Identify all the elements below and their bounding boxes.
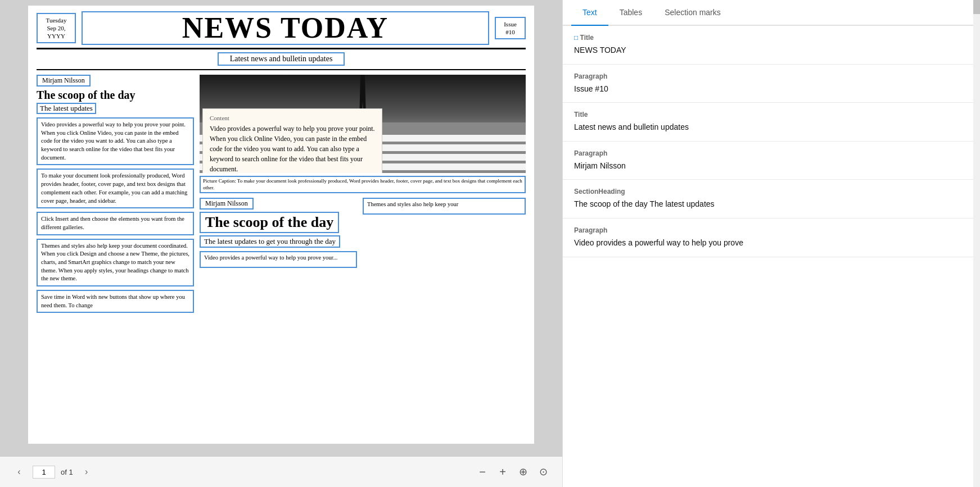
left-column: Mirjam Nilsson The scoop of the day The … <box>37 75 194 316</box>
partial-text-block: Video provides a powerful way to help yo… <box>200 251 357 268</box>
zoom-more-button[interactable]: ⊙ <box>535 464 551 480</box>
panel-value-title-1: NEWS TODAY <box>574 45 969 56</box>
panel-label-heading: SectionHeading <box>574 188 969 195</box>
text-block-5: Save time in Word with new buttons that … <box>37 290 194 313</box>
tab-tables[interactable]: Tables <box>608 0 653 26</box>
panel-label-paragraph-1: Paragraph <box>574 72 969 80</box>
section-heading-large: The scoop of the day <box>200 212 339 233</box>
popup-content-text: Video provides a powerful way to help yo… <box>210 124 375 173</box>
subtitle-box: Latest news and bulletin updates <box>218 52 345 66</box>
page-of-label: of 1 <box>61 468 73 476</box>
panel-section-paragraph-3: Paragraph Video provides a powerful way … <box>563 219 980 257</box>
panel-tabs: Text Tables Selection marks <box>563 0 980 26</box>
right-panel: Text Tables Selection marks □ Title NEWS… <box>562 0 980 487</box>
page-navigation: ‹ of 1 › <box>11 464 94 480</box>
panel-value-heading: The scoop of the day The latest updates <box>574 199 969 210</box>
tab-selection-marks[interactable]: Selection marks <box>653 0 732 26</box>
image-caption: Picture Caption: To make your document l… <box>200 176 526 193</box>
scrollbar-track[interactable] <box>973 0 980 487</box>
panel-section-heading: SectionHeading The scoop of the day The … <box>563 180 980 219</box>
second-section: Mirjam Nilsson The scoop of the day The … <box>200 198 526 268</box>
panel-value-paragraph-3: Video provides a powerful way to help yo… <box>574 238 969 249</box>
document-toolbar: ‹ of 1 › − + ⊕ ⊙ <box>0 456 562 487</box>
title-box: NEWS TODAY <box>82 11 489 45</box>
popup-content-label: Content <box>210 115 375 121</box>
panel-section-paragraph-1: Paragraph Issue #10 <box>563 65 980 103</box>
section-subheading-1: The latest updates <box>37 103 96 114</box>
scrollbar-thumb[interactable] <box>973 0 980 14</box>
themes-text-block: Themes and styles also help keep your <box>363 198 526 215</box>
second-right-col: Themes and styles also help keep your <box>363 198 526 268</box>
second-left-col: Mirjam Nilsson The scoop of the day The … <box>200 198 357 268</box>
panel-section-paragraph-2: Paragraph Mirjam Nilsson <box>563 142 980 180</box>
subtitle-row: Latest news and bulletin updates <box>37 52 526 66</box>
page-number-input[interactable] <box>33 466 55 479</box>
newspaper-title: NEWS TODAY <box>88 13 482 43</box>
newspaper-header: Tuesday Sep 20, YYYY NEWS TODAY Issue #1… <box>37 11 526 49</box>
panel-content: □ Title NEWS TODAY Paragraph Issue #10 T… <box>563 26 980 487</box>
section-heading-1: The scoop of the day <box>37 89 194 102</box>
date-box: Tuesday Sep 20, YYYY <box>37 13 76 44</box>
section-subheading-2: The latest updates to get you through th… <box>200 235 340 248</box>
zoom-controls: − + ⊕ ⊙ <box>475 464 551 480</box>
text-block-2: To make your document look professionall… <box>37 169 194 208</box>
header-divider <box>37 69 526 70</box>
zoom-in-button[interactable]: + <box>495 464 511 480</box>
newspaper-page: Tuesday Sep 20, YYYY NEWS TODAY Issue #1… <box>28 6 534 444</box>
document-panel: Tuesday Sep 20, YYYY NEWS TODAY Issue #1… <box>0 0 562 487</box>
panel-section-title-1: □ Title NEWS TODAY <box>563 26 980 65</box>
date-text: Tuesday Sep 20, YYYY <box>46 17 67 40</box>
prev-page-button[interactable]: ‹ <box>11 464 27 480</box>
text-block-4: Themes and styles also help keep your do… <box>37 239 194 286</box>
issue-text: Issue #10 <box>504 21 517 35</box>
issue-box: Issue #10 <box>495 17 526 40</box>
panel-label-title-2: Title <box>574 111 969 119</box>
text-block-1: Video provides a powerful way to help yo… <box>37 117 194 165</box>
panel-value-title-2: Latest news and bulletin updates <box>574 122 969 133</box>
panel-label-paragraph-2: Paragraph <box>574 149 969 157</box>
tab-text[interactable]: Text <box>571 0 608 26</box>
news-body: Mirjam Nilsson The scoop of the day The … <box>37 75 526 316</box>
author-tag-1: Mirjam Nilsson <box>37 75 91 87</box>
document-content: Tuesday Sep 20, YYYY NEWS TODAY Issue #1… <box>0 0 562 456</box>
panel-value-paragraph-2: Mirjam Nilsson <box>574 161 969 172</box>
zoom-fit-button[interactable]: ⊕ <box>515 464 531 480</box>
author-tag-2: Mirjam Nilsson <box>200 198 254 210</box>
panel-value-paragraph-1: Issue #10 <box>574 84 969 95</box>
right-column: Content Video provides a powerful way to… <box>200 75 526 316</box>
panel-section-title-2: Title Latest news and bulletin updates <box>563 103 980 142</box>
content-popup: Content Video provides a powerful way to… <box>202 108 382 173</box>
panel-label-title-1: □ Title <box>574 34 969 42</box>
panel-label-paragraph-3: Paragraph <box>574 226 969 234</box>
zoom-out-button[interactable]: − <box>475 464 490 480</box>
subtitle-text: Latest news and bulletin updates <box>230 54 333 63</box>
newspaper-image: Content Video provides a powerful way to… <box>200 75 526 173</box>
next-page-button[interactable]: › <box>79 464 94 480</box>
text-block-3: Click Insert and then choose the element… <box>37 212 194 235</box>
